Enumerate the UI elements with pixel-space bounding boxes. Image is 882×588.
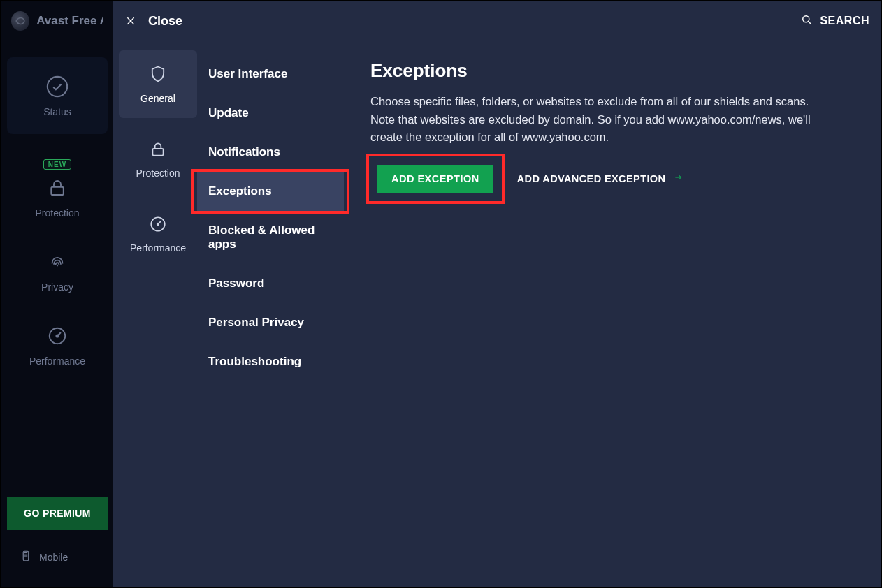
mobile-label: Mobile [39,552,68,563]
sub-item-personal-privacy[interactable]: Personal Privacy [197,303,344,342]
sub-item-exceptions[interactable]: Exceptions [197,172,344,211]
sub-item-user-interface[interactable]: User Interface [197,54,344,94]
primary-nav-list: Status NEW Protection Privacy Perfor [1,43,113,386]
add-exception-wrap: ADD EXCEPTION [370,158,500,200]
overlay-top-bar: Close SEARCH [113,1,881,41]
svg-rect-12 [152,149,163,156]
sub-item-notifications[interactable]: Notifications [197,133,344,172]
close-icon [124,15,137,27]
nav-item-protection[interactable]: NEW Protection [1,154,113,224]
gauge-icon [149,215,167,235]
primary-nav-bottom: GO PREMIUM Mobile [1,497,113,581]
mobile-icon [20,548,32,566]
app-name: Avast Free A [36,14,103,28]
close-button[interactable]: Close [124,14,182,29]
settings-sub-list: User Interface Update Notifications Exce… [197,41,344,587]
settings-category-list: General Protection Performance [113,41,197,587]
sub-item-exceptions-wrap: Exceptions [197,172,344,211]
svg-point-0 [48,77,67,96]
add-advanced-exception-link[interactable]: ADD ADVANCED EXCEPTION [517,172,686,184]
page-description: Choose specific files, folders, or websi… [370,93,832,147]
category-label: Performance [130,242,186,253]
shield-icon [148,64,168,86]
sub-item-update[interactable]: Update [197,94,344,133]
nav-label: Performance [29,355,85,367]
sub-item-blocked-allowed[interactable]: Blocked & Allowed apps [197,211,344,264]
category-label: General [140,93,175,104]
category-general[interactable]: General [119,50,197,118]
new-badge: NEW [43,159,71,170]
go-premium-button[interactable]: GO PREMIUM [7,497,108,530]
category-performance[interactable]: Performance [119,201,197,267]
check-circle-icon [45,74,70,99]
page-title: Exceptions [370,60,844,82]
fingerprint-icon [45,249,70,274]
settings-overlay: Close SEARCH General [113,1,881,587]
add-advanced-label: ADD ADVANCED EXCEPTION [517,173,666,184]
lock-icon [149,140,167,161]
nav-item-performance[interactable]: Performance [1,318,113,372]
search-button[interactable]: SEARCH [800,13,869,29]
arrow-right-icon [672,172,685,184]
add-exception-button[interactable]: ADD EXCEPTION [377,165,493,193]
primary-nav: Avast Free A Status NEW Protection [1,1,113,587]
close-label: Close [148,14,182,29]
nav-item-privacy[interactable]: Privacy [1,244,113,298]
svg-point-10 [803,16,809,22]
sub-item-troubleshooting[interactable]: Troubleshooting [197,342,344,381]
app-brand: Avast Free A [1,7,113,43]
svg-rect-1 [51,187,64,195]
search-label: SEARCH [820,15,869,27]
svg-line-11 [809,22,811,24]
category-protection[interactable]: Protection [119,126,197,193]
nav-label: Privacy [41,281,73,293]
nav-item-status[interactable]: Status [7,57,108,134]
svg-point-3 [56,335,58,337]
lock-icon [45,175,70,200]
svg-point-14 [157,223,159,226]
nav-label: Protection [35,207,79,219]
category-label: Protection [136,168,180,179]
nav-label: Status [43,106,71,117]
avast-logo-icon [11,11,29,31]
search-icon [800,13,813,29]
gauge-icon [45,323,70,348]
settings-content: Exceptions Choose specific files, folder… [344,41,881,587]
mobile-link[interactable]: Mobile [7,543,108,571]
sub-item-password[interactable]: Password [197,264,344,303]
overlay-body: General Protection Performance User [113,41,881,587]
action-row: ADD EXCEPTION ADD ADVANCED EXCEPTION [370,158,844,200]
